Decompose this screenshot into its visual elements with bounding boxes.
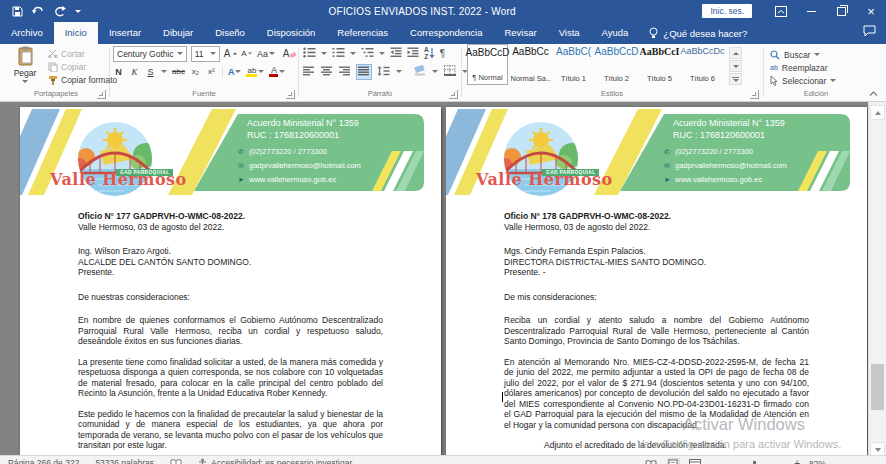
bullet-list-button[interactable] [303,47,316,60]
superscript-button[interactable]: x² [206,65,217,78]
change-case-button[interactable]: Aa [257,47,274,60]
vertical-scrollbar[interactable] [868,102,886,464]
decrease-indent-button[interactable] [390,47,402,60]
font-size-combo[interactable]: 11 [191,46,220,62]
justify-button[interactable] [357,65,371,79]
tab-archivo[interactable]: Archivo [0,22,54,44]
underline-button[interactable]: S [145,65,156,78]
font-name-combo[interactable]: Century Gothic [113,46,187,62]
grow-font-button[interactable]: A [224,47,237,60]
zoom-level[interactable]: 82% [809,459,826,464]
web-layout-button[interactable] [689,458,702,464]
recipient-title[interactable]: ALCALDE DEL CANTÓN SANTO DOMINGO. [78,257,383,268]
styles-gallery-expand[interactable] [729,73,742,85]
styles-dialog-launcher[interactable] [750,90,759,99]
highlight-color-button[interactable]: ab [246,65,264,78]
tab-dibujar[interactable]: Dibujar [152,22,204,44]
minimize-button[interactable] [796,0,826,22]
style-normal-sa[interactable]: AaBbCc Normal Sa... [510,44,551,85]
font-color-button[interactable]: A [269,65,285,78]
style-titulo-5[interactable]: AaBbCcI Título 5 [639,44,680,85]
oficio-number[interactable]: Oficio N° 178 GADPRVH-O-WMC-08-2022. [504,211,809,222]
tab-vista[interactable]: Vista [548,22,591,44]
undo-icon[interactable] [32,6,45,16]
paragraph[interactable]: La presente tiene como finalidad solicit… [78,357,383,399]
text-effects-button[interactable]: A [228,65,242,78]
style-titulo-6[interactable]: AaBbCcDc Título 6 [682,44,723,85]
subscript-button[interactable]: x₂ [190,65,201,78]
tab-correspondencia[interactable]: Correspondencia [399,22,493,44]
recipient-title[interactable]: DIRECTORA DISTRICTAL-MIES SANTO DOMINGO. [504,257,809,268]
collapse-ribbon-button[interactable] [869,90,878,99]
clear-formatting-button[interactable]: A [283,47,297,60]
tab-revisar[interactable]: Revisar [493,22,547,44]
numbered-list-button[interactable] [332,47,345,60]
redo-icon[interactable] [54,6,66,17]
proofing-icon[interactable] [162,456,190,464]
feedback-icon[interactable] [863,22,876,40]
word-count[interactable]: 53336 palabras [87,456,162,464]
scroll-up-button[interactable] [870,105,885,120]
zoom-slider-thumb[interactable] [753,461,756,464]
close-button[interactable]: × [856,0,886,22]
clipboard-dialog-launcher[interactable] [97,90,106,99]
styles-scroll-down[interactable] [729,60,742,72]
document-page-1[interactable]: GAD PARROQUIAL Valle Hermoso Acuerdo Min… [20,107,441,464]
paragraph[interactable]: En nombre de quienes conformamos el Gobi… [78,315,383,347]
zoom-in-button[interactable]: + [794,460,800,464]
ribbon-display-options-button[interactable] [766,0,796,22]
strikethrough-button[interactable]: abc [172,65,185,78]
recipient-name[interactable]: Mgs. Cindy Fernanda Espin Palacios. [504,246,809,257]
line-spacing-button[interactable] [377,66,390,78]
salutation[interactable]: De mis consideraciones: [504,292,809,303]
restore-button[interactable] [826,0,856,22]
shrink-font-button[interactable]: A [241,47,253,60]
align-left-button[interactable] [303,66,315,78]
borders-button[interactable] [444,65,456,78]
find-button[interactable]: Buscar [770,48,836,61]
align-center-button[interactable] [321,66,333,78]
align-right-button[interactable] [339,66,351,78]
scrollbar-thumb[interactable] [871,364,884,410]
tell-me-box[interactable]: ¿Qué desea hacer? [639,22,757,44]
oficio-number[interactable]: Oficio N° 177 GADPRVH-O-WMC-08-2022. [78,211,383,222]
paragraph-dialog-launcher[interactable] [449,90,458,99]
print-layout-button[interactable] [667,458,680,464]
shading-button[interactable] [414,65,426,78]
show-marks-button[interactable]: ¶ [440,48,445,59]
recipient-name[interactable]: Ing. Wilson Erazo Argoti. [78,246,383,257]
salutation[interactable]: De nuestras consideraciones: [78,292,383,303]
sign-in-button[interactable]: Inic. ses. [702,4,752,18]
tab-referencias[interactable]: Referencias [326,22,399,44]
italic-button[interactable]: K [129,65,140,78]
oficio-date[interactable]: Valle Hermoso, 03 de agosto del 2022. [504,222,809,233]
paragraph[interactable]: Reciba un cordial y atento saludo a nomb… [504,315,809,347]
replace-button[interactable]: ab Reemplazar [770,61,836,74]
read-mode-button[interactable] [645,458,658,464]
recipient-present[interactable]: Presente. - [504,267,809,278]
select-button[interactable]: Seleccionar [770,74,836,87]
paragraph[interactable]: Este pedido le hacemos con la finalidad … [78,409,383,451]
tab-inicio[interactable]: Inicio [54,22,98,44]
save-icon[interactable] [12,6,23,17]
zoom-out-button[interactable]: – [711,460,717,464]
page-indicator[interactable]: Página 266 de 322 [0,456,87,464]
font-dialog-launcher[interactable] [286,90,295,99]
underline-dropdown[interactable] [161,70,167,73]
letter-body[interactable]: Oficio N° 177 GADPRVH-O-WMC-08-2022. Val… [78,211,383,464]
tab-insertar[interactable]: Insertar [98,22,152,44]
tab-ayuda[interactable]: Ayuda [591,22,640,44]
sort-button[interactable]: AZ [424,47,435,60]
increase-indent-button[interactable] [407,47,419,60]
cut-button[interactable]: Cortar [48,47,117,60]
tab-diseno[interactable]: Diseño [204,22,256,44]
styles-scroll-up[interactable] [729,47,742,59]
paste-button[interactable]: Pegar [7,46,43,88]
accessibility-status[interactable]: Accesibilidad: es necesario investigar [190,456,360,464]
style-titulo-1[interactable]: AaBbC( Título 1 [553,44,594,85]
oficio-date[interactable]: Valle Hermoso, 03 de agosto del 2022. [78,222,383,233]
format-painter-button[interactable]: Copiar formato [48,73,117,86]
style-titulo-2[interactable]: AaBbCcD Título 2 [596,44,637,85]
copy-button[interactable]: Copiar [48,60,117,73]
bold-button[interactable]: N [113,65,124,78]
